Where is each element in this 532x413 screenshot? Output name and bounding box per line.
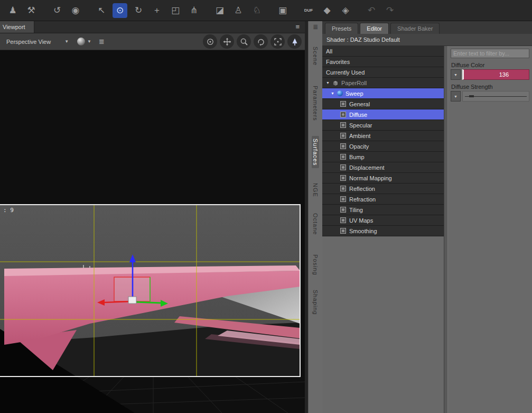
group-row-ambient[interactable]: Ambient — [322, 131, 444, 141]
diffuse-color-dropdown-icon[interactable]: ▼ — [451, 69, 461, 80]
group-row-bump[interactable]: Bump — [322, 152, 444, 162]
group-row-displacement[interactable]: Displacement — [322, 162, 444, 173]
group-row-specular[interactable]: Specular — [322, 120, 444, 131]
row-label: UV Maps — [349, 217, 373, 224]
gizmo-center-handle — [128, 297, 136, 304]
row-label: Diffuse — [349, 112, 367, 118]
diffuse-strength-label: Diffuse Strength — [451, 84, 529, 90]
group-row-uv-maps[interactable]: UV Maps — [322, 215, 444, 226]
property-filter-input[interactable] — [451, 49, 529, 58]
daz-brand-circle-icon[interactable]: ◈ — [338, 3, 353, 18]
diffuse-color-swatch[interactable]: 136 — [462, 69, 529, 80]
side-tab-shaping[interactable]: Shaping — [312, 290, 319, 315]
drawstyle-selector[interactable]: ▼ — [77, 38, 91, 45]
node-selection-tool-icon[interactable]: ↖ — [94, 3, 109, 18]
rotate-tool-button[interactable] — [254, 34, 268, 49]
tab-shader-baker[interactable]: Shader Baker — [390, 23, 440, 34]
row-label: Refraction — [349, 196, 376, 203]
slider-handle[interactable] — [469, 95, 474, 97]
figure-setup-icon[interactable]: ⚒ — [24, 3, 39, 18]
surface-sphere-icon — [337, 90, 343, 96]
filter-row-all[interactable]: All — [322, 46, 444, 57]
row-label: Ambient — [349, 133, 370, 139]
orbit-camera-icon[interactable]: ↺ — [50, 3, 64, 18]
pan-tool-button[interactable] — [220, 34, 234, 49]
node-cube-icon — [332, 80, 339, 86]
side-tab-octane[interactable]: Octane — [312, 213, 319, 235]
drawstyle-sphere-icon — [77, 38, 85, 45]
camera-selector[interactable]: Perspective View ▼ — [3, 35, 72, 48]
row-label: Opacity — [349, 143, 369, 150]
group-row-normal-mapping[interactable]: Normal Mapping — [322, 173, 444, 183]
row-label: Currently Used — [326, 69, 365, 76]
chevron-down-icon: ▼ — [87, 39, 91, 44]
diffuse-strength-dropdown-icon[interactable]: ▼ — [451, 91, 461, 102]
create-figure-icon[interactable]: ♟ — [5, 3, 20, 18]
side-tab-nge[interactable]: NGE — [312, 183, 319, 197]
tab-presets[interactable]: Presets — [325, 23, 358, 34]
scale-tool-icon[interactable]: ◰ — [168, 3, 183, 18]
group-row-smoothing[interactable]: Smoothing — [322, 226, 444, 236]
joint-editor-icon[interactable]: ◉ — [68, 3, 83, 18]
tree-props-splitter[interactable] — [444, 46, 448, 413]
geometry-editor-icon[interactable]: ◪ — [212, 3, 227, 18]
redo-icon[interactable]: ↷ — [382, 3, 397, 18]
pane-menu-icon[interactable]: ≡ — [295, 21, 300, 33]
gizmo-z-axis — [135, 302, 162, 303]
frame-tool-button[interactable] — [270, 34, 285, 49]
group-row-tiling[interactable]: Tiling — [322, 205, 444, 215]
orbit-tool-button[interactable] — [203, 34, 217, 49]
pane-menu-icon[interactable]: ≣ — [313, 23, 318, 31]
row-label: Bump — [349, 154, 365, 160]
row-label: Sweep — [346, 90, 363, 97]
group-row-refraction[interactable]: Refraction — [322, 194, 444, 205]
figure-icon[interactable]: ♙ — [231, 3, 246, 18]
viewport-options-icon[interactable]: ≣ — [99, 38, 105, 45]
group-row-reflection[interactable]: Reflection — [322, 183, 444, 194]
tree-node-paperroll[interactable]: ▼ PaperRoll — [322, 78, 444, 88]
main-toolbar: ♟ ⚒ ↺ ◉ ↖ ⊙ ↻ + ◰ ⋔ ◪ ♙ ♘ ▣ DUF ◆ ◈ ↶ ↷ — [0, 0, 532, 21]
side-tab-posing[interactable]: Posing — [312, 254, 319, 276]
expand-caret-icon[interactable]: ▼ — [326, 81, 330, 85]
group-row-diffuse[interactable]: Diffuse — [322, 109, 444, 120]
surface-group-icon — [340, 154, 346, 160]
row-label: All — [326, 48, 332, 54]
scene-3d-view: : 9 — [0, 50, 305, 413]
zoom-icon — [240, 38, 248, 46]
rotate-tool-icon[interactable]: ⊙ — [113, 3, 127, 18]
undo-icon[interactable]: ↶ — [364, 3, 379, 18]
diffuse-color-label: Diffuse Color — [451, 62, 529, 68]
aim-tool-button[interactable] — [287, 34, 302, 49]
viewport-toolbar: Perspective View ▼ ▼ ≣ — [0, 33, 305, 50]
daz-brand-icon[interactable]: ◆ — [320, 3, 334, 18]
diffuse-strength-slider[interactable] — [462, 91, 529, 102]
pose-figure-icon[interactable]: ♘ — [249, 3, 264, 18]
group-row-general[interactable]: General — [322, 99, 444, 109]
render-camera-icon[interactable]: ▣ — [275, 3, 290, 18]
zoom-tool-button[interactable] — [237, 34, 251, 49]
group-row-opacity[interactable]: Opacity — [322, 141, 444, 152]
surface-group-icon — [340, 133, 346, 139]
viewport-canvas[interactable]: : 9 — [0, 50, 305, 413]
surface-tree: All Favorites Currently Used ▼ PaperRoll — [322, 46, 444, 236]
tree-node-sweep[interactable]: ▼ Sweep — [322, 88, 444, 99]
filter-row-currently-used[interactable]: Currently Used — [322, 67, 444, 78]
surface-group-icon — [340, 122, 346, 128]
surface-group-icon — [340, 101, 346, 107]
side-tab-parameters[interactable]: Parameters — [312, 86, 319, 121]
active-pose-tool-icon[interactable]: ↻ — [131, 3, 146, 18]
viewport-nav-tools — [200, 34, 302, 49]
bone-tool-icon[interactable]: ⋔ — [186, 3, 201, 18]
slider-track — [465, 96, 527, 97]
filter-row-favorites[interactable]: Favorites — [322, 57, 444, 67]
tab-editor[interactable]: Editor — [360, 23, 389, 34]
frame-icon — [274, 38, 282, 46]
side-tab-scene[interactable]: Scene — [312, 47, 319, 66]
surface-group-icon — [340, 196, 346, 202]
tab-viewport[interactable]: Viewport — [0, 21, 34, 33]
save-duf-icon[interactable]: DUF — [301, 3, 316, 18]
expand-caret-icon[interactable]: ▼ — [331, 91, 334, 95]
side-tab-surfaces[interactable]: Surfaces — [312, 136, 319, 168]
diffuse-color-value: 136 — [499, 71, 509, 78]
universal-tool-icon[interactable]: + — [150, 3, 164, 18]
